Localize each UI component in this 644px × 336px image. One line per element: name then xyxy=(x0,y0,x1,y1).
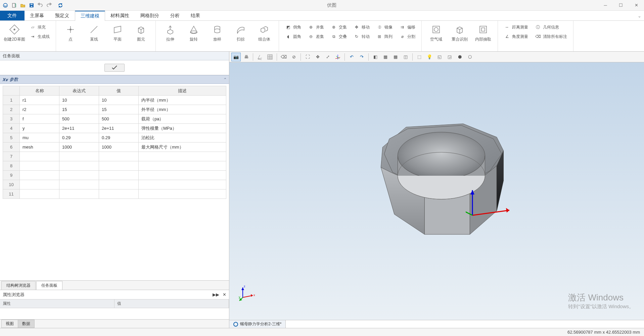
table-row[interactable]: 10 xyxy=(3,180,226,189)
shade1-icon[interactable]: ◧ xyxy=(371,53,380,61)
plane-button[interactable]: 平面 xyxy=(106,22,129,42)
primitive-button[interactable]: 图元 xyxy=(129,22,153,42)
minimize-button[interactable]: ─ xyxy=(598,0,613,11)
extrude-button[interactable]: 拉伸 xyxy=(158,22,182,42)
tab-3[interactable]: 材料属性 xyxy=(105,11,135,20)
params-table[interactable]: 名称表达式值描述 1r11010内半径（mm）2r21515外半径（mm）3f5… xyxy=(3,86,226,199)
offset-button[interactable]: ⇉偏移 xyxy=(397,23,417,32)
merge-ident-button[interactable]: 重合识别 xyxy=(448,22,471,42)
fill-button[interactable]: ▱填充 xyxy=(28,23,52,32)
tab-0[interactable]: 主屏幕 xyxy=(25,11,50,20)
bulb-icon[interactable]: 💡 xyxy=(425,53,434,61)
col-header[interactable]: 表达式 xyxy=(59,86,99,96)
document-tab[interactable]: 螺母静力学分析2-三维* xyxy=(229,320,286,328)
tab-1[interactable]: 预定义 xyxy=(50,11,75,20)
round-button[interactable]: ◖圆角 xyxy=(283,32,303,41)
new-icon[interactable] xyxy=(10,1,18,9)
table-row[interactable]: 8 xyxy=(3,161,226,171)
table-row[interactable]: 2r21515外半径（mm） xyxy=(3,105,226,114)
angle-measure-button[interactable]: ∠角度测量 xyxy=(502,32,530,41)
geom-info-button[interactable]: ⓘ几何信息 xyxy=(533,23,569,32)
fit-icon[interactable]: ⤢ xyxy=(323,53,332,61)
app-logo[interactable] xyxy=(1,1,9,9)
save-icon[interactable] xyxy=(28,1,36,9)
revolve-button[interactable]: 旋转 xyxy=(182,22,205,42)
confirm-button[interactable] xyxy=(104,64,125,72)
clear-labels-button[interactable]: ⌫清除所有标注 xyxy=(533,32,569,41)
col-header[interactable]: 值 xyxy=(99,86,139,96)
tab-5[interactable]: 分析 xyxy=(165,11,185,20)
bottom-tab[interactable]: 视图 xyxy=(1,320,18,328)
table-row[interactable]: 3f500500载荷（pa） xyxy=(3,114,226,124)
tab-file[interactable]: 文件 xyxy=(0,11,25,20)
redo-icon[interactable] xyxy=(45,1,53,9)
undo-view-icon[interactable]: ↶ xyxy=(347,53,356,61)
maximize-button[interactable]: ☐ xyxy=(613,0,629,11)
no-entry-icon[interactable]: ⊘ xyxy=(289,53,298,61)
array-button[interactable]: ⊞阵列 xyxy=(374,32,395,41)
view-cube4-icon[interactable]: ⬡ xyxy=(465,53,474,61)
axes-icon[interactable] xyxy=(255,53,265,61)
shade4-icon[interactable]: ◫ xyxy=(401,53,410,61)
genline-button[interactable]: ⇥生成线 xyxy=(28,32,52,41)
close-button[interactable]: ✕ xyxy=(629,0,644,11)
refresh-icon[interactable] xyxy=(56,1,64,9)
line-button[interactable]: 直线 xyxy=(82,22,106,42)
tab-4[interactable]: 网格剖分 xyxy=(135,11,165,20)
create-2d-sketch-button[interactable]: 创建2D草图 xyxy=(3,22,26,42)
table-row[interactable]: 7 xyxy=(3,152,226,161)
compound-button[interactable]: 组合体 xyxy=(252,22,276,42)
table-row[interactable]: 1r11010内半径（mm） xyxy=(3,96,226,105)
redo-view-icon[interactable]: ↷ xyxy=(357,53,366,61)
camera-icon[interactable]: 📷 xyxy=(231,53,241,61)
bottom-tab[interactable]: 数据 xyxy=(18,320,35,328)
panel-tab[interactable]: 结构树浏览器 xyxy=(1,281,36,290)
rotate-button[interactable]: ↻转动 xyxy=(352,32,372,41)
union-button[interactable]: ⊕并集 xyxy=(306,23,326,32)
chevron-up-icon[interactable]: ⌃ xyxy=(223,77,226,82)
view-cube3-icon[interactable]: ⬢ xyxy=(455,53,464,61)
inner-extract-button[interactable]: 内部抽取 xyxy=(471,22,495,42)
subtract-button[interactable]: ⊖差集 xyxy=(306,32,326,41)
point-button[interactable]: 点 xyxy=(59,22,82,42)
undo-icon[interactable] xyxy=(36,1,44,9)
params-section-header[interactable]: Xv 参数 ⌃ xyxy=(0,75,229,84)
sweep-button[interactable]: 扫掠 xyxy=(229,22,252,42)
table-row[interactable]: 6mesh10001000最大网格尺寸（mm） xyxy=(3,143,226,152)
intersect-button[interactable]: ⊗交集 xyxy=(329,23,349,32)
close-panel-icon[interactable]: ✕ xyxy=(223,292,226,297)
pan-icon[interactable]: ✥ xyxy=(313,53,322,61)
view-cube2-icon[interactable]: ◲ xyxy=(445,53,454,61)
tab-6[interactable]: 结果 xyxy=(185,11,206,20)
table-row[interactable]: 5mu0.290.29泊松比 xyxy=(3,133,226,143)
select-icon[interactable]: ⬚ xyxy=(415,53,424,61)
fast-forward-icon[interactable]: ▶▶ xyxy=(213,292,219,297)
col-header[interactable]: 名称 xyxy=(20,86,59,96)
orient-icon[interactable] xyxy=(333,53,342,61)
print-icon[interactable]: 🖶 xyxy=(241,53,251,61)
panel-tab[interactable]: 任务面板 xyxy=(36,281,62,290)
move-button[interactable]: ✥移动 xyxy=(352,23,372,32)
table-row[interactable]: 4y2e+112e+11弹性模量（MPa） xyxy=(3,124,226,133)
eraser-icon[interactable]: ⌫ xyxy=(279,53,288,61)
loft-button[interactable]: 放样 xyxy=(205,22,229,42)
fillet-button[interactable]: ◩倒角 xyxy=(283,23,303,32)
viewport-3d[interactable]: x z y 激活 Windows 转到"设置"以激活 Windows。 xyxy=(229,62,644,320)
col-header[interactable]: 描述 xyxy=(139,86,226,96)
airdomain-button[interactable]: 空气域 xyxy=(424,22,448,42)
view-cube1-icon[interactable]: ◱ xyxy=(435,53,444,61)
zoom-window-icon[interactable]: ⛶ xyxy=(303,53,312,61)
table-row[interactable]: 11 xyxy=(3,189,226,199)
mirror-button[interactable]: ⦷镜像 xyxy=(374,23,395,32)
col-header[interactable] xyxy=(3,86,20,96)
table-row[interactable]: 9 xyxy=(3,171,226,180)
tab-2[interactable]: 三维建模 xyxy=(75,11,105,21)
ribbon-collapse-icon[interactable]: ⌄ xyxy=(638,13,641,18)
shade2-icon[interactable]: ▦ xyxy=(381,53,390,61)
split-button[interactable]: ⌀分割 xyxy=(397,32,417,41)
overlap-button[interactable]: ⧉交叠 xyxy=(329,32,349,41)
open-icon[interactable] xyxy=(19,1,27,9)
grid-icon[interactable] xyxy=(265,53,275,61)
dist-measure-button[interactable]: ↔距离测量 xyxy=(502,23,530,32)
shade3-icon[interactable]: ▩ xyxy=(391,53,400,61)
